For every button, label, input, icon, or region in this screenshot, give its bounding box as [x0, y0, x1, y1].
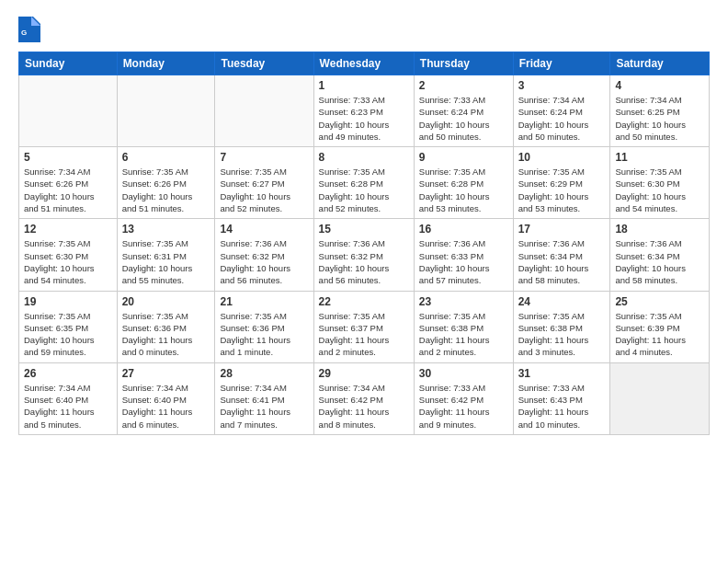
day-info: Sunrise: 7:35 AM Sunset: 6:27 PM Dayligh…	[220, 166, 308, 214]
day-number: 18	[615, 223, 704, 236]
calendar-cell: 1Sunrise: 7:33 AM Sunset: 6:23 PM Daylig…	[313, 75, 414, 147]
day-info: Sunrise: 7:35 AM Sunset: 6:30 PM Dayligh…	[615, 166, 704, 214]
calendar-cell: 24Sunrise: 7:35 AM Sunset: 6:38 PM Dayli…	[513, 291, 610, 362]
calendar-cell: 18Sunrise: 7:36 AM Sunset: 6:34 PM Dayli…	[610, 219, 710, 291]
day-number: 2	[419, 79, 508, 92]
day-number: 22	[319, 295, 409, 308]
svg-text:G: G	[21, 29, 27, 37]
day-info: Sunrise: 7:35 AM Sunset: 6:35 PM Dayligh…	[24, 310, 112, 359]
day-info: Sunrise: 7:33 AM Sunset: 6:42 PM Dayligh…	[419, 382, 508, 431]
calendar-cell: 14Sunrise: 7:36 AM Sunset: 6:32 PM Dayli…	[215, 219, 313, 291]
day-number: 13	[122, 223, 210, 236]
calendar-cell: 15Sunrise: 7:36 AM Sunset: 6:32 PM Dayli…	[313, 219, 414, 291]
day-info: Sunrise: 7:36 AM Sunset: 6:32 PM Dayligh…	[319, 237, 409, 286]
day-number: 8	[319, 151, 409, 164]
day-info: Sunrise: 7:35 AM Sunset: 6:36 PM Dayligh…	[220, 310, 308, 359]
day-number: 16	[419, 223, 508, 236]
day-number: 11	[615, 151, 704, 164]
day-info: Sunrise: 7:34 AM Sunset: 6:41 PM Dayligh…	[220, 382, 308, 431]
calendar-cell: 27Sunrise: 7:34 AM Sunset: 6:40 PM Dayli…	[117, 362, 215, 434]
calendar-row: 12Sunrise: 7:35 AM Sunset: 6:30 PM Dayli…	[19, 219, 710, 291]
logo: G	[18, 17, 44, 42]
day-info: Sunrise: 7:34 AM Sunset: 6:26 PM Dayligh…	[24, 166, 112, 214]
day-number: 9	[419, 151, 508, 164]
weekday-header: Tuesday	[215, 52, 313, 75]
calendar-cell: 16Sunrise: 7:36 AM Sunset: 6:33 PM Dayli…	[414, 219, 513, 291]
day-info: Sunrise: 7:34 AM Sunset: 6:42 PM Dayligh…	[319, 382, 409, 431]
page: G SundayMondayTuesdayWednesdayThursdayFr…	[0, 0, 728, 563]
calendar-cell: 17Sunrise: 7:36 AM Sunset: 6:34 PM Dayli…	[513, 219, 610, 291]
calendar-cell: 21Sunrise: 7:35 AM Sunset: 6:36 PM Dayli…	[215, 291, 313, 362]
calendar-cell: 30Sunrise: 7:33 AM Sunset: 6:42 PM Dayli…	[414, 362, 513, 434]
day-number: 6	[122, 151, 210, 164]
calendar-cell: 3Sunrise: 7:34 AM Sunset: 6:24 PM Daylig…	[513, 75, 610, 147]
calendar-cell: 19Sunrise: 7:35 AM Sunset: 6:35 PM Dayli…	[19, 291, 118, 362]
calendar-cell: 2Sunrise: 7:33 AM Sunset: 6:24 PM Daylig…	[414, 75, 513, 147]
calendar-cell: 22Sunrise: 7:35 AM Sunset: 6:37 PM Dayli…	[313, 291, 414, 362]
day-number: 27	[122, 367, 210, 380]
day-info: Sunrise: 7:35 AM Sunset: 6:38 PM Dayligh…	[419, 310, 508, 359]
day-info: Sunrise: 7:36 AM Sunset: 6:34 PM Dayligh…	[518, 237, 606, 286]
day-number: 12	[24, 223, 112, 236]
day-number: 28	[220, 367, 308, 380]
day-number: 26	[24, 367, 112, 380]
day-number: 3	[518, 79, 606, 92]
day-number: 19	[24, 295, 112, 308]
svg-marker-1	[31, 17, 40, 26]
day-number: 17	[518, 223, 606, 236]
day-info: Sunrise: 7:35 AM Sunset: 6:29 PM Dayligh…	[518, 166, 606, 214]
day-info: Sunrise: 7:35 AM Sunset: 6:28 PM Dayligh…	[319, 166, 409, 214]
calendar-row: 19Sunrise: 7:35 AM Sunset: 6:35 PM Dayli…	[19, 291, 710, 362]
calendar-cell: 9Sunrise: 7:35 AM Sunset: 6:28 PM Daylig…	[414, 147, 513, 219]
calendar-cell: 31Sunrise: 7:33 AM Sunset: 6:43 PM Dayli…	[513, 362, 610, 434]
calendar-row: 26Sunrise: 7:34 AM Sunset: 6:40 PM Dayli…	[19, 362, 710, 434]
day-number: 5	[24, 151, 112, 164]
day-number: 1	[319, 79, 409, 92]
calendar-row: 5Sunrise: 7:34 AM Sunset: 6:26 PM Daylig…	[19, 147, 710, 219]
day-info: Sunrise: 7:36 AM Sunset: 6:33 PM Dayligh…	[419, 237, 508, 286]
day-info: Sunrise: 7:34 AM Sunset: 6:40 PM Dayligh…	[122, 382, 210, 431]
day-number: 29	[319, 367, 409, 380]
logo-icon: G	[18, 17, 40, 42]
day-number: 25	[615, 295, 704, 308]
day-number: 31	[518, 367, 606, 380]
day-number: 10	[518, 151, 606, 164]
calendar-cell: 13Sunrise: 7:35 AM Sunset: 6:31 PM Dayli…	[117, 219, 215, 291]
calendar-cell: 7Sunrise: 7:35 AM Sunset: 6:27 PM Daylig…	[215, 147, 313, 219]
calendar-cell: 12Sunrise: 7:35 AM Sunset: 6:30 PM Dayli…	[19, 219, 118, 291]
day-info: Sunrise: 7:35 AM Sunset: 6:31 PM Dayligh…	[122, 237, 210, 286]
calendar-cell: 5Sunrise: 7:34 AM Sunset: 6:26 PM Daylig…	[19, 147, 118, 219]
day-number: 7	[220, 151, 308, 164]
calendar-cell	[19, 75, 118, 147]
day-number: 4	[615, 79, 704, 92]
weekday-header: Saturday	[610, 52, 710, 75]
day-number: 23	[419, 295, 508, 308]
day-info: Sunrise: 7:33 AM Sunset: 6:23 PM Dayligh…	[319, 94, 409, 143]
calendar-row: 1Sunrise: 7:33 AM Sunset: 6:23 PM Daylig…	[19, 75, 710, 147]
day-info: Sunrise: 7:35 AM Sunset: 6:36 PM Dayligh…	[122, 310, 210, 359]
calendar-cell: 11Sunrise: 7:35 AM Sunset: 6:30 PM Dayli…	[610, 147, 710, 219]
day-info: Sunrise: 7:34 AM Sunset: 6:25 PM Dayligh…	[615, 94, 704, 143]
weekday-header: Thursday	[414, 52, 513, 75]
weekday-header: Wednesday	[313, 52, 414, 75]
calendar-cell	[215, 75, 313, 147]
day-info: Sunrise: 7:34 AM Sunset: 6:40 PM Dayligh…	[24, 382, 112, 431]
day-number: 21	[220, 295, 308, 308]
day-info: Sunrise: 7:35 AM Sunset: 6:37 PM Dayligh…	[319, 310, 409, 359]
calendar-cell: 10Sunrise: 7:35 AM Sunset: 6:29 PM Dayli…	[513, 147, 610, 219]
calendar-cell: 26Sunrise: 7:34 AM Sunset: 6:40 PM Dayli…	[19, 362, 118, 434]
header: G	[18, 17, 710, 42]
calendar-cell	[117, 75, 215, 147]
calendar-cell: 6Sunrise: 7:35 AM Sunset: 6:26 PM Daylig…	[117, 147, 215, 219]
day-number: 15	[319, 223, 409, 236]
day-info: Sunrise: 7:35 AM Sunset: 6:38 PM Dayligh…	[518, 310, 606, 359]
calendar-cell: 20Sunrise: 7:35 AM Sunset: 6:36 PM Dayli…	[117, 291, 215, 362]
calendar-cell: 8Sunrise: 7:35 AM Sunset: 6:28 PM Daylig…	[313, 147, 414, 219]
day-info: Sunrise: 7:33 AM Sunset: 6:24 PM Dayligh…	[419, 94, 508, 143]
day-info: Sunrise: 7:33 AM Sunset: 6:43 PM Dayligh…	[518, 382, 606, 431]
day-info: Sunrise: 7:35 AM Sunset: 6:28 PM Dayligh…	[419, 166, 508, 214]
calendar-cell: 23Sunrise: 7:35 AM Sunset: 6:38 PM Dayli…	[414, 291, 513, 362]
calendar: SundayMondayTuesdayWednesdayThursdayFrid…	[18, 52, 710, 435]
calendar-cell	[610, 362, 710, 434]
day-info: Sunrise: 7:35 AM Sunset: 6:26 PM Dayligh…	[122, 166, 210, 214]
